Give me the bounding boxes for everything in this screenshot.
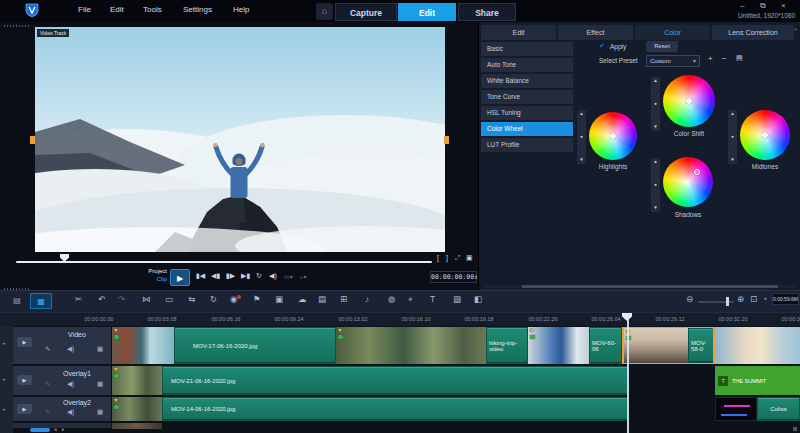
shadows-wheel[interactable] [663, 157, 713, 207]
panel-tab-lens-correction[interactable]: Lens Correction [712, 25, 794, 40]
track-header-video[interactable]: ▶ Video ✎ ◀) ▦ [13, 327, 111, 364]
highlights-wheel[interactable] [589, 112, 637, 160]
menu-edit[interactable]: Edit [110, 5, 124, 14]
volume-button[interactable]: ◀) [269, 272, 277, 280]
capture-frame-icon[interactable]: ▣ [466, 254, 473, 262]
next-frame-button[interactable]: ▮▶ [226, 272, 235, 280]
go-start-button[interactable]: ▮◀ [196, 272, 205, 280]
clip-thumbnail[interactable]: ★ [528, 327, 589, 364]
duration-clock-icon[interactable]: ◔ [762, 294, 767, 304]
category-tone-curve[interactable]: Tone Curve [481, 90, 573, 104]
zoom-slider-handle[interactable] [726, 297, 729, 306]
trim-markers-icon[interactable]: ⋈ [142, 294, 151, 304]
ripple-edit-icon[interactable]: ⇆ [188, 294, 195, 304]
right-trim-handle[interactable] [444, 136, 449, 144]
clip-overlay2[interactable]: MOV-14-06-16-2020.jpg [162, 397, 628, 421]
undo-icon[interactable]: ↶ [98, 294, 105, 304]
tab-capture[interactable]: Capture [335, 3, 397, 21]
maximize-icon[interactable]: ⧉ [760, 1, 766, 11]
minimize-icon[interactable]: – [740, 1, 744, 10]
clip-thumbnail[interactable]: ★ [112, 327, 174, 364]
zoom-in-icon[interactable]: ⊕ [737, 294, 744, 304]
fit-project-icon[interactable]: ⊡ [750, 294, 757, 304]
panel-scrollbar[interactable] [482, 285, 798, 288]
clip-thumbnail[interactable] [112, 423, 162, 429]
split-screen-icon[interactable]: ⊞ [340, 294, 347, 304]
rotate-icon[interactable]: ↻ [210, 294, 217, 304]
clip-thumbnail[interactable] [715, 327, 800, 364]
instant-playback-icon[interactable]: ⌐▾ [300, 273, 307, 280]
category-lut-profile[interactable]: LUT Profile [481, 138, 573, 152]
menu-help[interactable]: Help [233, 5, 249, 14]
apply-checkbox[interactable]: ✓ [599, 42, 605, 50]
redo-icon[interactable]: ↷ [118, 294, 125, 304]
save-preset-icon[interactable]: ▤ [736, 54, 743, 62]
clip-video-2[interactable]: hiking-trip-video [486, 327, 528, 364]
category-auto-tone[interactable]: Auto Tone [481, 58, 573, 72]
clip-video-1[interactable]: MOV-17-06-16-2020.jpg [174, 327, 336, 364]
multi-trim-icon[interactable]: ✂ [75, 294, 82, 304]
audio-mixer-icon[interactable]: ♪ [365, 294, 369, 304]
go-end-button[interactable]: ▶▮ [241, 272, 250, 280]
color-shift-wheel[interactable] [663, 75, 715, 127]
playhead[interactable] [627, 313, 629, 433]
clip-video-3[interactable]: MOV-60-06 [589, 327, 622, 364]
remove-preset-button[interactable]: − [722, 54, 727, 63]
toolbar-grip[interactable] [4, 288, 30, 290]
speech-to-text-icon[interactable]: ◍ [388, 294, 395, 304]
panel-tab-edit[interactable]: Edit [481, 25, 556, 40]
timeline-view-icon[interactable]: ▦ [30, 293, 52, 309]
mask-creator-icon[interactable]: ▨ [453, 294, 461, 304]
preset-dropdown[interactable]: Custom ▾ [646, 55, 700, 67]
color-shift-slider[interactable]: ▲●▼ [651, 77, 660, 131]
clip-video-4[interactable]: MOV-58-0 [688, 328, 715, 363]
left-trim-handle[interactable] [30, 136, 35, 144]
panel-tab-color[interactable]: Color [635, 25, 710, 40]
tab-edit[interactable]: Edit [398, 3, 456, 21]
mark-out-icon[interactable]: ] [446, 254, 448, 261]
cloud-media-icon[interactable]: ☁ [298, 294, 307, 304]
clip-overlay2b[interactable]: Coliss [757, 397, 800, 421]
subtitle-editor-icon[interactable]: ▤ [318, 294, 326, 304]
category-white-balance[interactable]: White Balance [481, 74, 573, 88]
project-duration[interactable]: 0:00:59.6M [772, 293, 799, 305]
preview-timecode[interactable]: 00:00:00:00↕ [430, 271, 477, 283]
enlarge-icon[interactable]: ⤢ [455, 254, 461, 262]
clip-thumbnail[interactable]: ★ [112, 366, 162, 395]
track-header-overlay1[interactable]: ▶ Overlay1 ✎ ◀) ▦ [13, 366, 111, 395]
repeat-button[interactable]: ↻ [256, 272, 262, 280]
menu-settings[interactable]: Settings [183, 5, 212, 14]
play-button[interactable]: ▶ [170, 269, 190, 286]
category-hsl-tuning[interactable]: HSL Tuning [481, 106, 573, 120]
home-icon[interactable]: ⌂ [316, 3, 333, 20]
menu-file[interactable]: File [78, 5, 91, 14]
tab-share[interactable]: Share [458, 3, 516, 21]
motion-tracking-icon[interactable]: ⚑ [253, 294, 261, 304]
clip-thumbnail[interactable]: ★ [112, 397, 162, 421]
menu-tools[interactable]: Tools [143, 5, 162, 14]
track-header-overlay2[interactable]: ▶ Overlay2 ✎ ◀) ▦ [13, 397, 111, 421]
track-motion-icon[interactable]: ⌖ [408, 294, 413, 305]
scroll-right-icon[interactable]: ▸ [62, 426, 65, 432]
title-editor-icon[interactable]: T [430, 294, 435, 304]
add-preset-button[interactable]: + [708, 54, 713, 63]
shadows-slider[interactable]: ▲●▼ [651, 158, 660, 212]
clip-thumbnail[interactable]: ★ [336, 327, 486, 364]
clip-video-selected[interactable]: ★ MOV-58-0 [622, 327, 715, 364]
seek-bar[interactable] [16, 261, 432, 263]
panel-grip[interactable] [4, 25, 30, 27]
clip-title[interactable]: T THE SUMMIT [715, 366, 800, 395]
highlights-slider[interactable]: ▲●▼ [577, 110, 586, 164]
panel-tab-effect[interactable]: Effect [558, 25, 633, 40]
storyboard-view-icon[interactable]: ▤ [6, 293, 28, 309]
timeline-scrollbar-thumb[interactable] [30, 428, 50, 432]
timeline-corner-scroll[interactable] [793, 427, 797, 431]
midtones-wheel[interactable] [740, 110, 790, 160]
midtones-slider[interactable]: ▲●▼ [728, 110, 737, 164]
category-basic[interactable]: Basic [481, 42, 573, 56]
system-volume-icon[interactable]: ▭▾ [284, 273, 293, 280]
zoom-out-icon[interactable]: ⊖ [686, 294, 693, 304]
smart-proxy-icon[interactable]: ▭ [165, 294, 173, 304]
clip-graphic[interactable] [715, 397, 757, 421]
preview-video-frame[interactable] [35, 27, 445, 252]
